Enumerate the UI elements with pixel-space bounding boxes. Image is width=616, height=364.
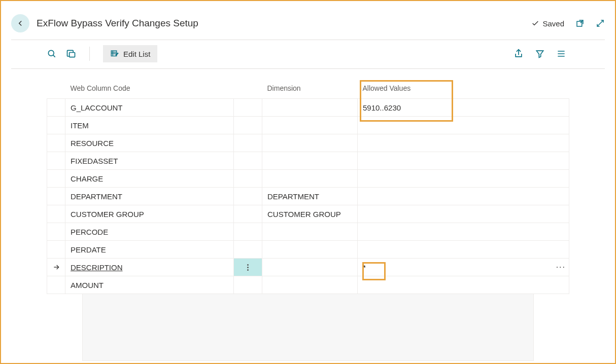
table-row[interactable]: FIXEDASSET — [47, 152, 569, 170]
row-actions[interactable] — [234, 99, 262, 117]
share-icon — [514, 49, 524, 59]
row-selector[interactable] — [47, 117, 65, 134]
arrow-right-icon — [52, 263, 60, 271]
column-header-web-column-code[interactable]: Web Column Code — [65, 79, 234, 99]
table-row[interactable]: CHARGE — [47, 170, 569, 188]
setup-table[interactable]: Web Column Code Dimension Allowed Values… — [47, 79, 569, 294]
list-view-icon — [556, 49, 566, 59]
column-header-dimension[interactable]: Dimension — [262, 79, 358, 99]
row-actions[interactable] — [234, 205, 262, 223]
row-selector[interactable] — [47, 170, 65, 188]
edit-list-button[interactable]: Edit List — [103, 45, 157, 62]
row-actions[interactable] — [234, 241, 262, 259]
cell-web-column-code[interactable]: FIXEDASSET — [65, 152, 234, 170]
edit-list-icon — [110, 49, 119, 58]
row-selector[interactable] — [47, 134, 65, 152]
web-column-code-text: ITEM — [71, 121, 89, 130]
cell-dimension[interactable] — [262, 117, 358, 134]
cell-dimension[interactable]: DEPARTMENT — [262, 188, 358, 205]
cell-web-column-code[interactable]: AMOUNT — [65, 276, 234, 294]
cell-dimension[interactable] — [262, 223, 358, 241]
table-row[interactable]: RESOURCE — [47, 134, 569, 152]
row-actions[interactable] — [234, 188, 262, 205]
table-row[interactable]: ITEM — [47, 117, 569, 134]
cell-web-column-code[interactable]: G_LACCOUNT — [65, 99, 234, 117]
cell-allowed-values[interactable] — [358, 117, 569, 134]
table-row[interactable]: DESCRIPTION··· — [47, 259, 569, 276]
focus-mode-icon — [66, 49, 76, 59]
cell-web-column-code[interactable]: PERCODE — [65, 223, 234, 241]
row-actions[interactable] — [234, 276, 262, 294]
cell-allowed-values[interactable] — [358, 223, 569, 241]
cell-allowed-values[interactable] — [358, 188, 569, 205]
cell-allowed-values[interactable] — [358, 134, 569, 152]
cell-web-column-code[interactable]: DESCRIPTION — [65, 259, 234, 276]
edit-list-label: Edit List — [123, 50, 150, 58]
cell-web-column-code[interactable]: CUSTOMER GROUP — [65, 205, 234, 223]
table-row[interactable]: AMOUNT — [47, 276, 569, 294]
saved-indicator: Saved — [531, 19, 564, 28]
table-row[interactable]: PERCODE — [47, 223, 569, 241]
svg-rect-3 — [70, 53, 75, 57]
focus-mode-button[interactable] — [66, 49, 76, 59]
cell-allowed-values[interactable] — [358, 276, 569, 294]
filter-icon — [535, 49, 545, 59]
cell-allowed-values[interactable] — [358, 205, 569, 223]
web-column-code-text: DEPARTMENT — [71, 192, 122, 201]
row-actions[interactable] — [234, 223, 262, 241]
cell-dimension[interactable]: CUSTOMER GROUP — [262, 205, 358, 223]
row-selector[interactable] — [47, 241, 65, 259]
row-actions[interactable] — [234, 117, 262, 134]
row-selector[interactable] — [47, 259, 65, 276]
cell-web-column-code[interactable]: DEPARTMENT — [65, 188, 234, 205]
back-arrow-icon — [16, 19, 25, 28]
lookup-button[interactable]: ··· — [556, 263, 566, 272]
cell-allowed-values[interactable] — [358, 170, 569, 188]
row-actions[interactable] — [234, 134, 262, 152]
column-header-allowed-values[interactable]: Allowed Values — [358, 79, 569, 99]
search-icon — [47, 49, 57, 59]
row-selector[interactable] — [47, 223, 65, 241]
cell-web-column-code[interactable]: PERDATE — [65, 241, 234, 259]
cell-allowed-values[interactable] — [358, 152, 569, 170]
table-row[interactable]: G_LACCOUNT5910..6230 — [47, 99, 569, 117]
table-row[interactable]: PERDATE — [47, 241, 569, 259]
row-selector[interactable] — [47, 205, 65, 223]
allowed-values-input[interactable] — [358, 259, 569, 276]
cell-allowed-values[interactable] — [358, 241, 569, 259]
cell-dimension[interactable] — [262, 259, 358, 276]
more-vertical-icon[interactable] — [234, 259, 262, 276]
table-row[interactable]: DEPARTMENTDEPARTMENT — [47, 188, 569, 205]
filter-button[interactable] — [535, 49, 545, 59]
row-actions[interactable] — [234, 152, 262, 170]
table-row[interactable]: CUSTOMER GROUPCUSTOMER GROUP — [47, 205, 569, 223]
row-selector[interactable] — [47, 276, 65, 294]
cell-web-column-code[interactable]: RESOURCE — [65, 134, 234, 152]
search-button[interactable] — [47, 49, 57, 59]
saved-label: Saved — [542, 19, 564, 28]
cell-web-column-code[interactable]: CHARGE — [65, 170, 234, 188]
cell-dimension[interactable] — [262, 99, 358, 117]
cell-dimension[interactable] — [262, 276, 358, 294]
row-actions[interactable] — [234, 259, 262, 276]
check-icon — [531, 19, 539, 27]
row-selector[interactable] — [47, 99, 65, 117]
popout-icon — [575, 19, 585, 28]
row-actions[interactable] — [234, 170, 262, 188]
share-button[interactable] — [514, 49, 524, 59]
cell-dimension[interactable] — [262, 170, 358, 188]
cell-allowed-values[interactable]: ··· — [358, 259, 569, 276]
popout-button[interactable] — [575, 19, 585, 28]
cell-dimension[interactable] — [262, 152, 358, 170]
cell-dimension[interactable] — [262, 241, 358, 259]
expand-button[interactable] — [596, 19, 605, 28]
list-view-button[interactable] — [556, 49, 566, 59]
cell-dimension[interactable] — [262, 134, 358, 152]
grid-empty-area — [82, 294, 534, 361]
row-selector[interactable] — [47, 152, 65, 170]
cell-allowed-values[interactable]: 5910..6230 — [358, 99, 569, 117]
cell-web-column-code[interactable]: ITEM — [65, 117, 234, 134]
back-button[interactable] — [11, 14, 29, 32]
web-column-code-text: G_LACCOUNT — [71, 103, 123, 112]
row-selector[interactable] — [47, 188, 65, 205]
